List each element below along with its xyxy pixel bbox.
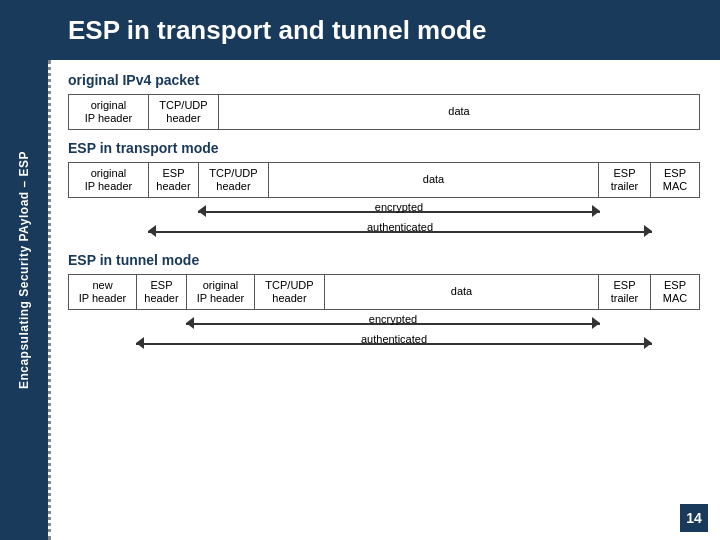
transport-auth-arrow-left [148, 225, 156, 237]
tunnel-encrypted-container: encrypted [186, 314, 600, 334]
tunnel-auth-arrow-left [136, 337, 144, 349]
main-content: ESP in transport and tunnel mode origina… [48, 0, 720, 540]
tunnel-esp-header-cell: ESPheader [137, 275, 187, 309]
page-title: ESP in transport and tunnel mode [68, 15, 486, 46]
tunnel-original-ip-header-cell: originalIP header [187, 275, 255, 309]
transport-esp-trailer-cell: ESPtrailer [599, 163, 651, 197]
tunnel-section: ESP in tunnel mode newIP header ESPheade… [68, 252, 700, 354]
transport-encrypted-label: encrypted [375, 201, 423, 213]
transport-data-cell: data [269, 163, 599, 197]
dotted-border [48, 60, 54, 540]
sidebar-label: Encapsulating Security PAyload – ESP [17, 151, 31, 389]
transport-encrypted-arrow-left [198, 205, 206, 217]
tunnel-auth-arrow-right [644, 337, 652, 349]
title-bar: ESP in transport and tunnel mode [48, 0, 720, 60]
ipv4-section: original IPv4 packet originalIP header T… [68, 72, 700, 130]
ipv4-tcpudp-header-cell: TCP/UDPheader [149, 95, 219, 129]
transport-encrypted-arrow-right [592, 205, 600, 217]
transport-auth-arrow-right [644, 225, 652, 237]
tunnel-tcpudp-header-cell: TCP/UDPheader [255, 275, 325, 309]
transport-label: ESP in transport mode [68, 140, 700, 156]
transport-ip-header-cell: originalIP header [69, 163, 149, 197]
page-number: 14 [680, 504, 708, 532]
tunnel-auth-container: authenticated [136, 334, 652, 354]
tunnel-data-cell: data [325, 275, 599, 309]
transport-tcpudp-header-cell: TCP/UDPheader [199, 163, 269, 197]
transport-auth-container: authenticated [148, 222, 652, 242]
transport-section: ESP in transport mode originalIP header … [68, 140, 700, 242]
ipv4-label: original IPv4 packet [68, 72, 700, 88]
tunnel-new-ip-header-cell: newIP header [69, 275, 137, 309]
transport-esp-mac-cell: ESPMAC [651, 163, 699, 197]
transport-esp-header-cell: ESPheader [149, 163, 199, 197]
transport-packet-row: originalIP header ESPheader TCP/UDPheade… [68, 162, 700, 198]
transport-auth-label: authenticated [367, 221, 433, 233]
tunnel-packet-row: newIP header ESPheader originalIP header… [68, 274, 700, 310]
tunnel-auth-label: authenticated [361, 333, 427, 345]
ipv4-ip-header-cell: originalIP header [69, 95, 149, 129]
ipv4-data-cell: data [219, 95, 699, 129]
tunnel-encrypted-arrow-right [592, 317, 600, 329]
tunnel-encrypted-label: encrypted [369, 313, 417, 325]
transport-encrypted-container: encrypted [198, 202, 600, 222]
tunnel-esp-trailer-cell: ESPtrailer [599, 275, 651, 309]
sidebar: Encapsulating Security PAyload – ESP [0, 0, 48, 540]
ipv4-packet-row: originalIP header TCP/UDPheader data [68, 94, 700, 130]
tunnel-encrypted-arrow-left [186, 317, 194, 329]
content-area: original IPv4 packet originalIP header T… [48, 60, 720, 376]
tunnel-label: ESP in tunnel mode [68, 252, 700, 268]
tunnel-esp-mac-cell: ESPMAC [651, 275, 699, 309]
